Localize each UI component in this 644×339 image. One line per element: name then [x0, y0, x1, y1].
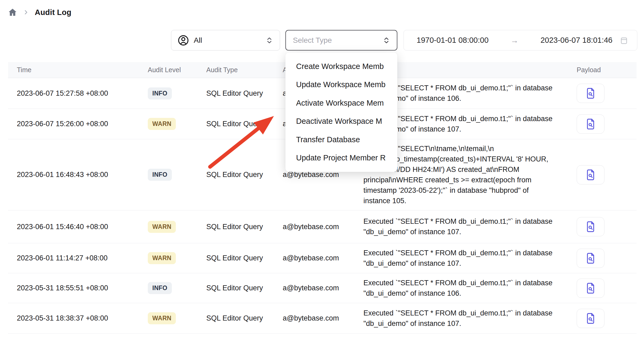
audit-level-cell: INFO: [148, 139, 172, 210]
audit-level-cell: INFO: [148, 273, 172, 303]
payload-cell: [577, 139, 604, 210]
file-search-icon: [585, 87, 596, 99]
audit-log-page: Audit Log All Select Type 1970-01-01 08:…: [0, 0, 644, 339]
payload-button[interactable]: [577, 249, 604, 268]
comment-cell: Executed `"SELECT * FROM db_ui_demo.t1;"…: [363, 243, 563, 273]
time-cell: 2023-05-31 18:38:37 +08:00: [17, 303, 108, 333]
table-row: 2023-06-01 11:14:27 +08:00 WARN SQL Edit…: [8, 243, 637, 273]
payload-cell: [577, 303, 604, 333]
header-payload: Payload: [577, 62, 601, 78]
calendar-icon: [620, 36, 628, 45]
date-range-picker[interactable]: 1970-01-01 08:00:00 → 2023-06-07 18:01:4…: [404, 30, 637, 51]
audit-level-cell: INFO: [148, 78, 172, 109]
audit-type-cell: SQL Editor Query: [206, 303, 263, 333]
actor-cell: a@bytebase.com: [283, 243, 339, 273]
audit-level-badge: WARN: [148, 252, 176, 264]
audit-level-badge: INFO: [148, 282, 172, 294]
table-row: 2023-06-01 15:46:40 +08:00 WARN SQL Edit…: [8, 210, 637, 243]
end-date: 2023-06-07 18:01:46: [541, 36, 612, 45]
range-arrow-icon: →: [488, 36, 540, 45]
comment-cell: Executed `"SELECT * FROM db_ui_demo.t1;"…: [363, 273, 563, 303]
start-date: 1970-01-01 08:00:00: [417, 36, 488, 45]
breadcrumb: Audit Log: [8, 7, 71, 18]
comment-line: "db_ui_demo" of instance 107.: [363, 258, 461, 269]
time-cell: 2023-06-01 11:14:27 +08:00: [17, 243, 108, 273]
comment-line: Executed `"SELECT * FROM db_ui_demo.t1;"…: [363, 308, 553, 318]
payload-button[interactable]: [577, 279, 604, 298]
actor-select-value: All: [194, 36, 202, 45]
comment-cell: Executed `"SELECT * FROM db_ui_demo.t1;"…: [363, 210, 563, 243]
comment-line: "db_ui_demo" of instance 106.: [363, 288, 461, 299]
actor-cell: a@bytebase.com: [283, 210, 339, 243]
audit-level-cell: WARN: [148, 210, 176, 243]
table-row: 2023-05-31 18:38:37 +08:00 WARN SQL Edit…: [8, 303, 637, 334]
audit-type-cell: SQL Editor Query: [206, 139, 263, 210]
payload-cell: [577, 210, 604, 243]
table-row: 2023-05-31 18:55:51 +08:00 INFO SQL Edit…: [8, 273, 637, 303]
header-audit-type: Audit Type: [206, 62, 238, 78]
file-search-icon: [585, 221, 596, 233]
header-time: Time: [17, 62, 32, 78]
time-cell: 2023-06-01 15:46:40 +08:00: [17, 210, 108, 243]
type-filter-select[interactable]: Select Type: [285, 30, 397, 51]
audit-level-cell: WARN: [148, 243, 176, 273]
comment-line: "db_ui_demo" of instance 107.: [363, 318, 461, 329]
comment-line: "db_ui_demo" of instance 107.: [363, 227, 461, 237]
comment-line: timestamp '2023-05-22');"` in database "…: [363, 185, 529, 196]
chevron-up-down-icon: [265, 36, 273, 45]
time-cell: 2023-06-07 15:26:00 +08:00: [17, 109, 108, 139]
comment-line: Executed `"SELECT * FROM db_ui_demo.t1;"…: [363, 278, 553, 288]
time-cell: 2023-06-01 16:48:43 +08:00: [17, 139, 108, 210]
actor-cell: a@bytebase.com: [283, 273, 339, 303]
payload-cell: [577, 78, 604, 109]
payload-cell: [577, 243, 604, 273]
comment-line: Executed `"SELECT * FROM db_ui_demo.t1;"…: [363, 216, 553, 227]
payload-button[interactable]: [577, 309, 604, 328]
file-search-icon: [585, 118, 596, 130]
audit-level-badge: INFO: [148, 87, 172, 99]
file-search-icon: [585, 282, 596, 294]
payload-button[interactable]: [577, 84, 604, 103]
dropdown-option[interactable]: Activate Workspace Mem: [285, 94, 397, 112]
breadcrumb-chevron-icon: [23, 9, 29, 15]
payload-cell: [577, 109, 604, 139]
actor-filter-select[interactable]: All: [171, 30, 280, 51]
audit-type-cell: SQL Editor Query: [206, 243, 263, 273]
comment-line: instance 105.: [363, 196, 406, 206]
type-dropdown-menu: Create Workspace MembUpdate Workspace Me…: [285, 52, 397, 172]
header-audit-level: Audit Level: [148, 62, 181, 78]
dropdown-option[interactable]: Create Workspace Memb: [285, 57, 397, 76]
dropdown-option[interactable]: Update Project Member R: [285, 149, 397, 167]
dropdown-option[interactable]: Transfer Database: [285, 130, 397, 149]
audit-level-cell: WARN: [148, 303, 176, 333]
file-search-icon: [585, 169, 596, 181]
audit-type-cell: SQL Editor Query: [206, 273, 263, 303]
audit-type-cell: SQL Editor Query: [206, 210, 263, 243]
type-select-placeholder: Select Type: [293, 36, 332, 45]
file-search-icon: [585, 252, 596, 264]
home-icon[interactable]: [8, 8, 17, 17]
audit-level-badge: WARN: [148, 221, 176, 233]
chevron-up-down-icon: [382, 36, 390, 45]
page-title: Audit Log: [35, 8, 71, 17]
comment-line: Executed `"SELECT * FROM db_ui_demo.t1;"…: [363, 248, 553, 258]
time-cell: 2023-06-07 15:27:58 +08:00: [17, 78, 108, 109]
dropdown-option[interactable]: Deactivate Workspace M: [285, 112, 397, 131]
time-cell: 2023-05-31 18:55:51 +08:00: [17, 273, 108, 303]
payload-cell: [577, 273, 604, 303]
dropdown-option[interactable]: Update Workspace Memb: [285, 76, 397, 94]
payload-button[interactable]: [577, 165, 604, 184]
actor-cell: a@bytebase.com: [283, 303, 339, 333]
payload-button[interactable]: [577, 217, 604, 236]
file-search-icon: [585, 312, 596, 325]
comment-cell: Executed `"SELECT * FROM db_ui_demo.t1;"…: [363, 303, 563, 333]
audit-level-badge: INFO: [148, 169, 172, 181]
audit-level-badge: WARN: [148, 312, 176, 324]
audit-level-badge: WARN: [148, 118, 176, 130]
audit-level-cell: WARN: [148, 109, 176, 139]
audit-type-cell: SQL Editor Query: [206, 78, 263, 109]
payload-button[interactable]: [577, 114, 604, 134]
comment-line: principal\nWHERE created_ts >= extract(e…: [363, 175, 532, 185]
person-circle-icon: [178, 35, 189, 46]
audit-type-cell: SQL Editor Query: [206, 109, 263, 139]
